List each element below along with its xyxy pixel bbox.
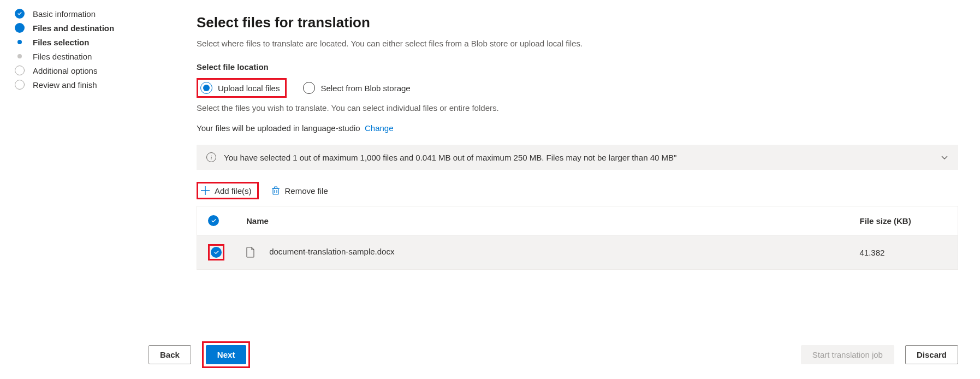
plus-icon bbox=[200, 186, 210, 196]
info-icon: i bbox=[206, 152, 216, 162]
radio-upload-local[interactable]: Upload local files bbox=[200, 82, 280, 94]
main-panel: Select files for translation Select wher… bbox=[175, 0, 980, 379]
info-text: You have selected 1 out of maximum 1,000… bbox=[224, 153, 676, 162]
highlight-box: Add file(s) bbox=[197, 182, 259, 199]
page-subtitle: Select where files to translate are loca… bbox=[197, 39, 958, 48]
file-toolbar: Add file(s) Remove file bbox=[197, 182, 958, 199]
trash-icon bbox=[271, 186, 281, 196]
substep-current-icon bbox=[17, 40, 22, 44]
chevron-down-icon[interactable] bbox=[941, 153, 948, 161]
upload-destination-line: Your files will be uploaded in language-… bbox=[197, 123, 958, 133]
check-icon bbox=[15, 9, 25, 19]
step-files-destination[interactable]: Files destination bbox=[7, 49, 175, 63]
pending-step-icon bbox=[15, 80, 25, 90]
remove-file-label: Remove file bbox=[285, 186, 328, 196]
radio-label: Select from Blob storage bbox=[320, 84, 410, 93]
start-translation-job-button: Start translation job bbox=[801, 345, 894, 364]
add-files-button[interactable]: Add file(s) bbox=[200, 186, 252, 196]
step-label: Files and destination bbox=[33, 23, 114, 33]
highlight-box: Next bbox=[202, 341, 251, 368]
highlight-box: Upload local files bbox=[197, 78, 287, 98]
step-label: Additional options bbox=[33, 66, 97, 75]
document-icon bbox=[246, 247, 255, 258]
next-button[interactable]: Next bbox=[206, 345, 247, 364]
radio-selected-icon bbox=[200, 82, 212, 94]
radio-label: Upload local files bbox=[218, 84, 280, 93]
step-label: Basic information bbox=[33, 9, 96, 19]
page-title: Select files for translation bbox=[197, 14, 958, 31]
remove-file-button[interactable]: Remove file bbox=[271, 186, 328, 196]
radio-blob-storage[interactable]: Select from Blob storage bbox=[303, 82, 410, 94]
step-additional-options[interactable]: Additional options bbox=[7, 63, 175, 78]
file-location-label: Select file location bbox=[197, 62, 958, 72]
step-label: Files selection bbox=[33, 38, 89, 47]
step-review-and-finish[interactable]: Review and finish bbox=[7, 78, 175, 92]
change-link[interactable]: Change bbox=[365, 123, 394, 133]
svg-rect-2 bbox=[273, 188, 278, 194]
step-files-selection[interactable]: Files selection bbox=[7, 35, 175, 49]
select-all-header[interactable] bbox=[197, 206, 236, 235]
col-size-header[interactable]: File size (KB) bbox=[849, 206, 958, 235]
col-name-header[interactable]: Name bbox=[235, 206, 849, 235]
highlight-box bbox=[208, 244, 224, 260]
pending-step-icon bbox=[15, 66, 25, 75]
file-name: document-translation-sample.docx bbox=[269, 247, 394, 256]
step-files-and-destination[interactable]: Files and destination bbox=[7, 21, 175, 35]
discard-button[interactable]: Discard bbox=[905, 345, 958, 364]
step-basic-information[interactable]: Basic information bbox=[7, 7, 175, 21]
step-label: Review and finish bbox=[33, 80, 97, 90]
radio-unselected-icon bbox=[303, 82, 315, 94]
file-location-radio-group: Upload local files Select from Blob stor… bbox=[197, 78, 958, 98]
wizard-steps: Basic information Files and destination … bbox=[0, 0, 175, 379]
table-row[interactable]: document-translation-sample.docx 41.382 bbox=[197, 235, 958, 270]
substep-pending-icon bbox=[17, 54, 22, 58]
checkmark-icon bbox=[208, 215, 219, 226]
files-table: Name File size (KB) document-tran bbox=[197, 206, 958, 270]
helper-text: Select the files you wish to translate. … bbox=[197, 103, 958, 112]
wizard-footer: Back Next Start translation job Discard bbox=[175, 341, 958, 368]
checkmark-icon[interactable] bbox=[211, 247, 222, 258]
add-files-label: Add file(s) bbox=[215, 186, 252, 196]
selection-info-bar[interactable]: i You have selected 1 out of maximum 1,0… bbox=[197, 145, 958, 170]
step-label: Files destination bbox=[33, 52, 92, 61]
file-size: 41.382 bbox=[849, 235, 958, 270]
back-button[interactable]: Back bbox=[149, 345, 191, 364]
current-step-icon bbox=[15, 23, 25, 33]
